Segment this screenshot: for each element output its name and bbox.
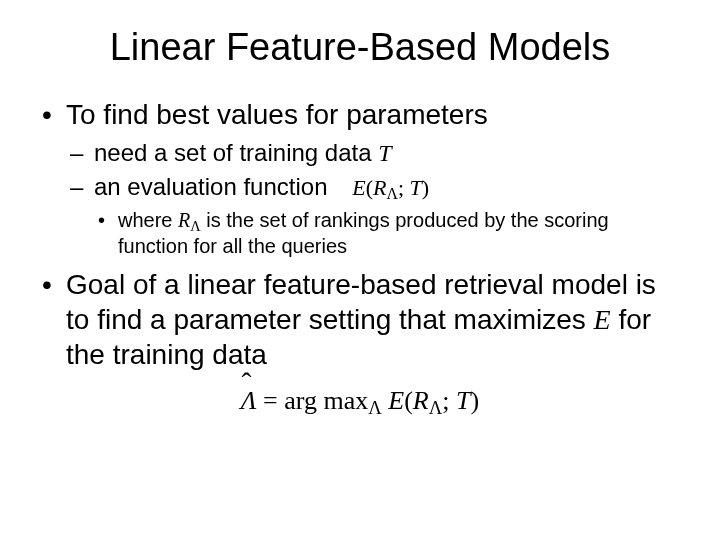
bullet-1: To find best values for parameters need … — [40, 97, 680, 259]
bullet-1-2-sublist: where RΛ is the set of rankings produced… — [94, 208, 680, 260]
bullet-2-var: E — [594, 304, 611, 335]
formula-lambda-hat: Λ — [241, 386, 257, 416]
formula-sep: ; — [442, 386, 456, 415]
bullet-2-pre: Goal of a linear feature-based retrieval… — [66, 269, 656, 335]
eval-R: R — [373, 175, 386, 200]
bullet-list: To find best values for parameters need … — [40, 97, 680, 372]
bullet-1-1-text: need a set of training data — [94, 139, 378, 166]
bullet-2: Goal of a linear feature-based retrieval… — [40, 267, 680, 372]
bullet-1-1: need a set of training data T — [66, 138, 680, 168]
bullet-1-2-1-var: R — [178, 209, 190, 231]
formula-R-sub: Λ — [429, 397, 443, 418]
bullet-1-2-text: an evaluation function — [94, 172, 328, 202]
formula-T: T — [456, 386, 470, 415]
bullet-1-2-1-subvar: Λ — [190, 217, 200, 233]
eval-open: ( — [366, 175, 373, 200]
bullet-1-sublist: need a set of training data T an evaluat… — [66, 138, 680, 259]
eval-sep: ; — [398, 175, 410, 200]
eval-function-formula: E(RΛ; T) — [352, 175, 429, 200]
bullet-1-2-1: where RΛ is the set of rankings produced… — [94, 208, 680, 260]
slide-title: Linear Feature-Based Models — [40, 26, 680, 69]
eval-close: ) — [422, 175, 429, 200]
formula-argmax: arg max — [284, 386, 368, 415]
slide: Linear Feature-Based Models To find best… — [0, 0, 720, 540]
formula-eq: = — [257, 386, 285, 415]
bullet-1-text: To find best values for parameters — [66, 99, 488, 130]
formula-argmax-sub: Λ — [368, 397, 382, 418]
formula-close: ) — [471, 386, 480, 415]
eval-R-sub: Λ — [386, 185, 397, 202]
formula-E: E — [388, 386, 404, 415]
formula-open: ( — [404, 386, 413, 415]
eval-T: T — [410, 175, 422, 200]
formula-R: R — [413, 386, 429, 415]
bullet-1-2: an evaluation function E(RΛ; T) where RΛ… — [66, 172, 680, 259]
main-formula: Λ = arg maxΛ E(RΛ; T) — [40, 386, 680, 419]
eval-E: E — [352, 175, 365, 200]
bullet-1-1-var: T — [378, 140, 391, 166]
bullet-1-2-1-pre: where — [118, 209, 178, 231]
